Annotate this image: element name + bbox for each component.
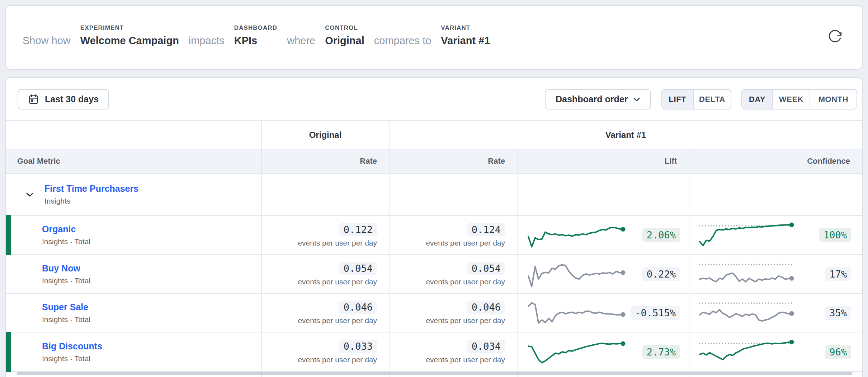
lift-sparkline — [527, 297, 628, 329]
control-selector[interactable]: CONTROL Original — [325, 24, 364, 48]
significance-accent-bar — [6, 215, 11, 255]
control-rate-value: 0.033 — [339, 340, 377, 353]
dashboard-label: DASHBOARD — [234, 24, 277, 32]
confidence-value: 100% — [819, 228, 851, 242]
table-row-first-time-purchasers: First Time Purchasers Insights — [6, 173, 862, 215]
control-rate-value: 0.122 — [339, 223, 377, 236]
phrase-connector: Show how — [23, 34, 71, 48]
column-confidence: Confidence — [689, 149, 862, 173]
dashboard-selector[interactable]: DASHBOARD KPIs — [234, 24, 277, 48]
rate-unit: events per user per day — [426, 355, 505, 364]
control-rate-value: 0.046 — [339, 301, 377, 314]
empty-cell — [262, 174, 390, 215]
column-variant-rate: Rate — [390, 149, 518, 173]
variant-label: VARIANT — [441, 24, 470, 32]
variant-rate-value: 0.054 — [467, 262, 505, 275]
rate-unit: events per user per day — [426, 239, 505, 247]
calendar-icon — [28, 94, 39, 105]
lift-sparkline — [527, 258, 628, 290]
column-lift: Lift — [518, 149, 689, 173]
metric-link[interactable]: Buy Now — [42, 263, 90, 274]
variant-rate-value: 0.124 — [467, 223, 505, 236]
phrase-connector: where — [287, 34, 315, 48]
variant-selector[interactable]: VARIANT Variant #1 — [441, 24, 490, 48]
results-table: Original Variant #1 Goal Metric Rate Rat… — [6, 120, 862, 377]
confidence-value: 17% — [825, 267, 851, 281]
horizontal-scrollbar-thumb[interactable] — [16, 372, 852, 375]
metric-source: Insights · Total — [42, 354, 102, 363]
toggle-option-lift[interactable]: LIFT — [662, 90, 693, 109]
column-control-rate: Rate — [262, 149, 390, 173]
lift-delta-toggle: LIFT DELTA — [661, 89, 731, 110]
empty-cell — [518, 174, 689, 215]
experiment-summary-card: Show how EXPERIMENT Welcome Campaign imp… — [5, 5, 863, 70]
rate-unit: events per user per day — [298, 239, 377, 247]
control-label: CONTROL — [325, 24, 358, 32]
metric-source: Insights — [44, 197, 138, 205]
empty-cell — [689, 174, 862, 215]
rate-unit: events per user per day — [298, 316, 377, 325]
experiment-selector[interactable]: EXPERIMENT Welcome Campaign — [80, 24, 179, 48]
confidence-sparkline — [698, 297, 797, 329]
rate-unit: events per user per day — [426, 316, 505, 325]
table-row-big-discounts: Big Discounts Insights · Total 0.033 eve… — [6, 332, 862, 371]
table-group-header-row: Original Variant #1 — [6, 120, 862, 149]
table-column-header-row: Goal Metric Rate Rate Lift Confidence — [6, 149, 862, 173]
confidence-sparkline — [698, 336, 797, 368]
confidence-sparkline — [698, 219, 797, 251]
toggle-option-delta[interactable]: DELTA — [693, 90, 731, 109]
experiment-results-card: Last 30 days Dashboard order LIFT DELTA … — [5, 77, 863, 377]
granularity-toggle: DAY WEEK MONTH — [741, 89, 857, 110]
rate-unit: events per user per day — [426, 278, 505, 286]
significance-accent-bar — [6, 332, 11, 372]
chevron-down-icon — [632, 94, 642, 104]
control-rate-value: 0.054 — [339, 262, 377, 275]
lift-value: 0.22% — [642, 267, 680, 281]
confidence-sparkline — [698, 258, 797, 290]
rate-unit: events per user per day — [298, 355, 377, 364]
control-value[interactable]: Original — [325, 34, 364, 48]
toggle-option-day[interactable]: DAY — [742, 90, 772, 109]
lift-value: 2.73% — [642, 345, 680, 359]
metric-source: Insights · Total — [42, 237, 90, 246]
refresh-button[interactable] — [827, 28, 843, 45]
variant-rate-value: 0.046 — [467, 301, 505, 314]
date-range-button[interactable]: Last 30 days — [18, 89, 109, 110]
dashboard-value[interactable]: KPIs — [234, 34, 257, 48]
metric-link[interactable]: Super Sale — [42, 302, 90, 312]
toggle-option-month[interactable]: MONTH — [810, 90, 857, 109]
metric-link[interactable]: First Time Purchasers — [44, 183, 138, 194]
table-row-super-sale: Super Sale Insights · Total 0.046 events… — [6, 293, 862, 332]
metric-link[interactable]: Organic — [42, 224, 90, 234]
group-header-variant: Variant #1 — [390, 121, 862, 149]
experiment-label: EXPERIMENT — [80, 24, 124, 32]
table-row-buy-now: Buy Now Insights · Total 0.054 events pe… — [6, 254, 862, 293]
table-row-organic: Organic Insights · Total 0.122 events pe… — [6, 215, 862, 254]
date-range-label: Last 30 days — [45, 94, 99, 104]
group-header-spacer — [6, 121, 262, 149]
experiment-phrase: Show how EXPERIMENT Welcome Campaign imp… — [23, 24, 490, 48]
lift-sparkline — [527, 336, 628, 368]
confidence-value: 96% — [825, 345, 851, 359]
lift-value: -0.515% — [631, 306, 680, 320]
rate-unit: events per user per day — [298, 278, 377, 286]
metric-source: Insights · Total — [42, 315, 90, 324]
experiment-value[interactable]: Welcome Campaign — [80, 34, 179, 48]
chevron-down-icon[interactable] — [24, 189, 36, 200]
dashboard-order-label: Dashboard order — [556, 94, 628, 104]
phrase-connector: compares to — [374, 34, 431, 48]
group-header-control: Original — [262, 121, 390, 149]
dashboard-order-dropdown[interactable]: Dashboard order — [545, 89, 651, 110]
variant-rate-value: 0.034 — [467, 340, 505, 353]
lift-sparkline — [527, 219, 628, 251]
metric-link[interactable]: Big Discounts — [42, 341, 102, 352]
metric-source: Insights · Total — [42, 276, 90, 285]
empty-cell — [390, 174, 518, 215]
phrase-connector: impacts — [189, 34, 225, 48]
toggle-option-week[interactable]: WEEK — [772, 90, 810, 109]
column-goal-metric: Goal Metric — [6, 149, 262, 173]
variant-value[interactable]: Variant #1 — [441, 34, 490, 48]
confidence-value: 35% — [825, 306, 851, 320]
lift-value: 2.06% — [642, 228, 680, 242]
refresh-icon — [827, 29, 843, 44]
